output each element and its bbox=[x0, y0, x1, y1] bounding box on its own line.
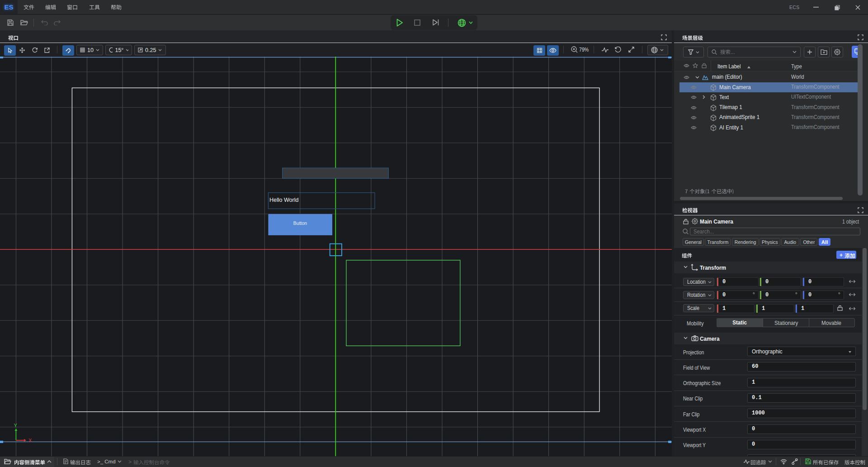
svg-text:Y: Y bbox=[14, 423, 18, 428]
svg-text:X: X bbox=[28, 438, 32, 443]
